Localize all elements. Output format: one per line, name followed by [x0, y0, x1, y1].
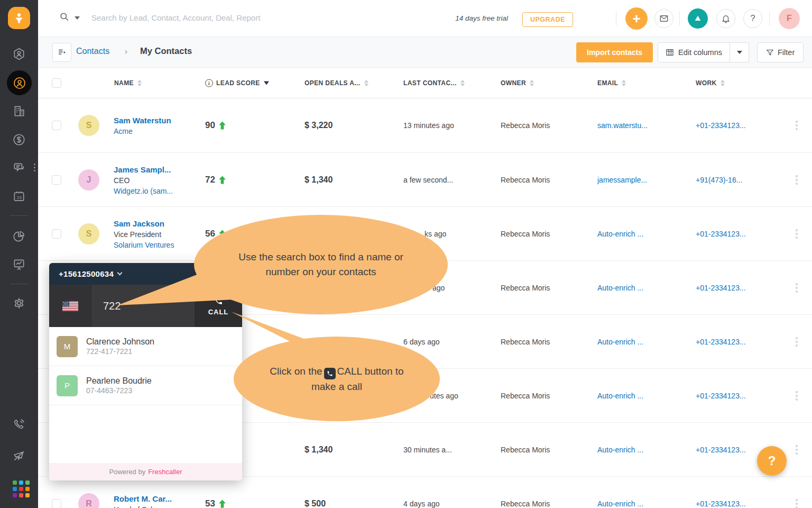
email-link[interactable]: Auto-enrich ... — [597, 392, 643, 400]
work-phone-link[interactable]: +01-2334123... — [696, 392, 746, 400]
contact-name-link[interactable]: Sam Jackson — [114, 219, 201, 228]
row-checkbox[interactable] — [52, 229, 61, 239]
email-link[interactable]: Auto-enrich ... — [597, 338, 643, 346]
work-phone-link[interactable]: +01-2334123... — [696, 446, 746, 454]
sidebar-item-leads[interactable] — [0, 42, 38, 66]
import-contacts-button[interactable]: Import contacts — [576, 42, 653, 62]
search-placeholder[interactable]: Search by Lead, Contact, Account, Deal, … — [91, 13, 260, 22]
work-phone-link[interactable]: +01-2334123... — [696, 500, 746, 508]
sidebar-item-contacts-active[interactable] — [7, 70, 32, 95]
sort-icon[interactable] — [622, 80, 626, 86]
table-row[interactable]: S Sam Waterstun Acme 90 $ 3,220 13 minut… — [38, 98, 812, 152]
edit-columns-caret-button[interactable] — [730, 42, 749, 62]
edit-columns-button[interactable]: Edit columns — [658, 42, 730, 62]
search-icon — [59, 12, 69, 24]
freshsales-logo[interactable] — [8, 7, 30, 29]
sidebar-item-phone[interactable] — [0, 413, 38, 436]
work-phone-link[interactable]: +01-2334123... — [696, 230, 746, 238]
upgrade-button[interactable]: UPGRADE — [522, 12, 573, 27]
sidebar-item-conversations[interactable] — [0, 157, 38, 180]
row-menu-dots[interactable] — [796, 391, 798, 401]
contact-title: CEO — [114, 176, 201, 184]
view-selector-button[interactable] — [52, 43, 71, 62]
sort-icon[interactable] — [137, 80, 142, 86]
work-phone-link[interactable]: +01-2334123... — [696, 121, 746, 130]
dialer-contact-phone: 07-4463-7223 — [86, 386, 132, 395]
col-header-work[interactable]: WORK — [696, 79, 725, 87]
owner-value: Rebecca Moris — [501, 176, 550, 184]
table-row[interactable]: R Robert M. Car... Head of Sales 53 $ 50… — [38, 476, 812, 508]
row-checkbox[interactable] — [52, 499, 61, 508]
row-menu-dots[interactable] — [796, 121, 798, 130]
contact-name-link[interactable]: Robert M. Car... — [114, 494, 201, 503]
notifications-button[interactable] — [716, 9, 735, 28]
email-link[interactable]: Auto-enrich ... — [597, 230, 643, 238]
sidebar-item-dashboard[interactable] — [0, 225, 38, 248]
sort-icon[interactable] — [364, 80, 368, 86]
info-icon[interactable]: i — [205, 79, 213, 87]
col-header-lead-score[interactable]: i LEAD SCORE — [205, 79, 269, 87]
col-header-email[interactable]: EMAIL — [597, 79, 626, 87]
work-phone-link[interactable]: +01-2334123... — [696, 338, 746, 346]
dialer-contact-item[interactable]: M Clarence Johnson 722-417-7221 — [49, 327, 242, 366]
sidebar-item-reports[interactable] — [0, 253, 38, 276]
col-header-open-deals[interactable]: OPEN DEALS A... — [304, 79, 368, 87]
email-link[interactable]: Auto-enrich ... — [597, 500, 643, 508]
conversations-overflow-dots[interactable] — [34, 164, 35, 171]
sidebar-item-campaigns[interactable] — [0, 444, 38, 468]
col-header-name[interactable]: NAME — [114, 79, 142, 87]
sidebar-item-deals[interactable] — [0, 128, 38, 151]
sidebar-item-accounts[interactable] — [0, 99, 38, 123]
table-row[interactable]: J James Sampl... CEO Widgetz.io (sam... … — [38, 152, 812, 206]
quick-add-button[interactable]: + — [625, 7, 648, 30]
row-checkbox[interactable] — [52, 121, 61, 130]
help-button[interactable]: ? — [743, 9, 762, 28]
sort-desc-icon[interactable] — [264, 81, 269, 85]
help-fab-button[interactable]: ? — [757, 446, 787, 476]
email-link[interactable]: jamessample... — [597, 176, 647, 184]
topbar-divider — [769, 12, 770, 25]
sort-icon[interactable] — [530, 80, 534, 86]
row-checkbox[interactable] — [52, 175, 61, 185]
email-link[interactable]: Auto-enrich ... — [597, 446, 643, 454]
row-menu-dots[interactable] — [796, 499, 798, 508]
sidebar-item-settings[interactable] — [0, 292, 38, 315]
sort-icon[interactable] — [460, 80, 465, 86]
sidebar-item-calendar[interactable]: 23 — [0, 185, 38, 208]
email-button[interactable] — [654, 9, 673, 28]
contact-company-link[interactable]: Widgetz.io (sam... — [114, 186, 201, 195]
search-scope-caret-icon[interactable] — [75, 16, 80, 20]
row-menu-dots[interactable] — [796, 175, 798, 185]
owner-value: Rebecca Moris — [501, 392, 550, 400]
col-header-owner[interactable]: OWNER — [501, 79, 534, 87]
contact-name-link[interactable]: Sam Waterstun — [114, 116, 201, 125]
email-link[interactable]: Auto-enrich ... — [597, 284, 643, 292]
freshworks-switcher-icon[interactable] — [688, 8, 708, 29]
filter-button[interactable]: Filter — [757, 42, 804, 62]
sort-icon[interactable] — [721, 80, 725, 86]
breadcrumb-contacts-link[interactable]: Contacts — [76, 47, 109, 56]
country-flag-selector[interactable] — [49, 285, 91, 327]
row-menu-dots[interactable] — [796, 445, 798, 455]
chevron-down-icon[interactable] — [117, 270, 123, 276]
dialer-contact-item[interactable]: P Pearlene Boudrie 07-4463-7223 — [49, 366, 242, 405]
global-search[interactable]: Search by Lead, Contact, Account, Deal, … — [59, 12, 260, 24]
email-link[interactable]: sam.waterstu... — [597, 121, 648, 130]
work-phone-link[interactable]: +91(473)-16... — [696, 176, 742, 184]
contact-company-link[interactable]: Solarium Ventures — [114, 240, 201, 249]
contact-company-link[interactable]: Acme — [114, 127, 201, 135]
work-phone-link[interactable]: +01-2334123... — [696, 284, 746, 292]
row-menu-dots[interactable] — [796, 337, 798, 347]
freshcaller-brand-link[interactable]: Freshcaller — [148, 468, 182, 476]
open-deals-value: $ 1,340 — [304, 445, 333, 455]
app-grid-icon[interactable] — [13, 480, 30, 497]
row-menu-dots[interactable] — [796, 283, 798, 293]
owner-value: Rebecca Moris — [501, 230, 550, 238]
table-header: NAME i LEAD SCORE OPEN DEALS A... LAST C… — [38, 68, 812, 98]
select-all-checkbox[interactable] — [52, 78, 61, 88]
row-menu-dots[interactable] — [796, 229, 798, 239]
topbar-divider — [679, 12, 680, 25]
contact-name-link[interactable]: James Sampl... — [114, 165, 201, 174]
user-avatar[interactable]: F — [779, 8, 800, 29]
col-header-last-contacted[interactable]: LAST CONTAC... — [403, 79, 465, 87]
